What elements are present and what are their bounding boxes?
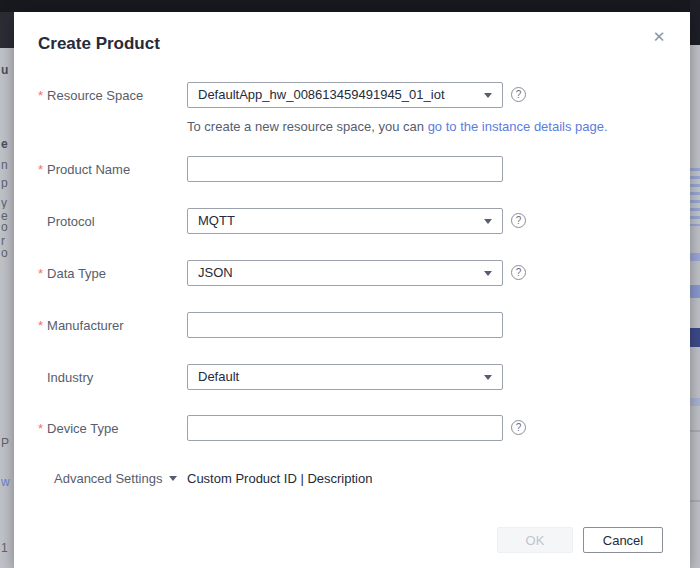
- backdrop-text-fragment: o: [1, 247, 14, 259]
- device-type-help-icon[interactable]: ?: [511, 420, 526, 435]
- resource-space-row: *Resource Space DefaultApp_hw_0086134594…: [14, 82, 690, 110]
- protocol-row: Protocol MQTT ?: [14, 208, 690, 236]
- manufacturer-label: *Manufacturer: [38, 312, 183, 340]
- advanced-settings-row: Advanced Settings Custom Product ID | De…: [14, 470, 690, 490]
- required-marker: *: [38, 266, 43, 281]
- industry-value: Default: [198, 365, 239, 389]
- data-type-row: *Data Type JSON ?: [14, 260, 690, 288]
- chevron-down-icon: [169, 476, 177, 481]
- device-type-label: *Device Type: [38, 415, 183, 443]
- backdrop-fragment: [690, 168, 700, 226]
- cancel-button[interactable]: Cancel: [583, 527, 663, 553]
- backdrop-fragment: [690, 285, 700, 298]
- protocol-select[interactable]: MQTT: [187, 208, 503, 234]
- protocol-help-icon[interactable]: ?: [511, 213, 526, 228]
- chevron-down-icon: [484, 219, 492, 224]
- required-marker: *: [38, 88, 43, 103]
- hint-text: To create a new resource space, you can: [187, 119, 428, 134]
- background-topbar: [0, 0, 700, 12]
- resource-space-label: *Resource Space: [38, 82, 183, 110]
- industry-row: Industry Default: [14, 364, 690, 392]
- backdrop-text-fragment: n: [1, 159, 14, 171]
- resource-space-value: DefaultApp_hw_008613459491945_01_iot: [198, 83, 445, 107]
- backdrop-text-fragment: P: [1, 437, 14, 449]
- manufacturer-row: *Manufacturer: [14, 312, 690, 340]
- product-name-label: *Product Name: [38, 156, 183, 184]
- backdrop-fragment: [690, 398, 700, 406]
- manufacturer-input[interactable]: [187, 312, 503, 338]
- ok-button[interactable]: OK: [497, 527, 573, 553]
- close-icon[interactable]: ✕: [648, 26, 670, 48]
- required-marker: *: [38, 162, 43, 177]
- create-product-dialog: Create Product ✕ *Resource Space Default…: [14, 12, 690, 568]
- industry-select[interactable]: Default: [187, 364, 503, 390]
- required-marker: *: [38, 318, 43, 333]
- data-type-label: *Data Type: [38, 260, 183, 288]
- backdrop-fragment: [690, 430, 700, 432]
- chevron-down-icon: [484, 375, 492, 380]
- instance-details-link[interactable]: go to the instance details page.: [428, 119, 608, 134]
- resource-space-hint: To create a new resource space, you can …: [187, 119, 608, 134]
- chevron-down-icon: [484, 271, 492, 276]
- chevron-down-icon: [484, 93, 492, 98]
- resource-space-select[interactable]: DefaultApp_hw_008613459491945_01_iot: [187, 82, 503, 108]
- product-name-input[interactable]: [187, 156, 503, 182]
- backdrop-text-fragment: y: [1, 197, 14, 209]
- protocol-label: Protocol: [38, 208, 183, 236]
- background-topbar-corner: [690, 0, 700, 45]
- backdrop-text-fragment: p: [1, 177, 14, 189]
- advanced-settings-toggle[interactable]: Advanced Settings: [54, 470, 177, 488]
- device-type-input[interactable]: [187, 415, 503, 441]
- device-type-row: *Device Type ?: [14, 415, 690, 443]
- advanced-settings-summary: Custom Product ID | Description: [187, 470, 372, 488]
- backdrop-fragment: [690, 328, 700, 347]
- backdrop-text-fragment: w: [1, 476, 14, 488]
- dialog-footer: OK Cancel: [14, 527, 690, 553]
- data-type-value: JSON: [198, 261, 233, 285]
- background-header-strip: [0, 12, 14, 48]
- data-type-select[interactable]: JSON: [187, 260, 503, 286]
- backdrop-text-fragment: 1: [1, 542, 14, 554]
- industry-label: Industry: [38, 364, 183, 392]
- product-name-row: *Product Name: [14, 156, 690, 184]
- backdrop-fragment: [690, 500, 700, 502]
- dialog-title: Create Product: [38, 34, 160, 54]
- backdrop-text-fragment: r: [1, 235, 14, 247]
- backdrop-fragment: [690, 253, 700, 261]
- protocol-value: MQTT: [198, 209, 235, 233]
- resource-space-help-icon[interactable]: ?: [511, 87, 526, 102]
- backdrop-text-fragment: u: [1, 64, 14, 76]
- data-type-help-icon[interactable]: ?: [511, 265, 526, 280]
- backdrop-text-fragment: o: [1, 221, 14, 233]
- backdrop-text-fragment: e: [1, 138, 14, 150]
- required-marker: *: [38, 421, 43, 436]
